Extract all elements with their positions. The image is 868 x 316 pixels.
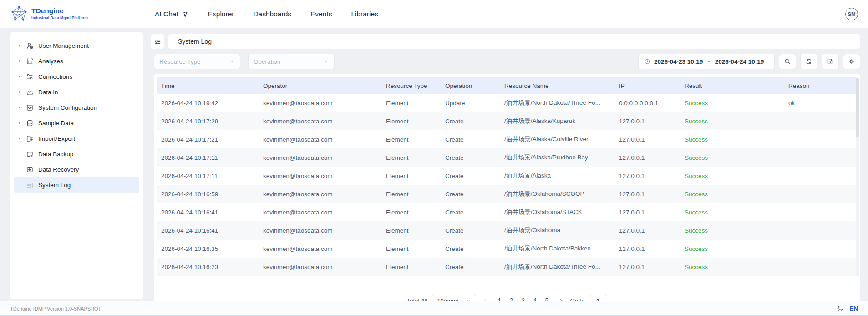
data-backup-icon bbox=[23, 150, 38, 158]
cell-result: Success bbox=[681, 118, 785, 125]
cell-resource-name: /油井场景/Alaska/Kuparuk bbox=[501, 117, 615, 125]
date-range-picker[interactable]: 2026-04-23 10:19 - 2026-04-24 10:19 bbox=[638, 54, 775, 69]
import-export-icon bbox=[23, 135, 38, 143]
cell-resource-type: Element bbox=[382, 191, 442, 198]
caret-right-icon bbox=[16, 43, 23, 48]
nav-item-label: AI Chat bbox=[155, 10, 178, 18]
cell-operator: kevinmen@taosdata.com bbox=[259, 136, 382, 143]
cell-ip: 127.0.0.1 bbox=[615, 209, 681, 216]
page-title: System Log bbox=[178, 38, 212, 45]
table-scrollbar[interactable] bbox=[856, 78, 859, 276]
refresh-icon bbox=[805, 58, 812, 65]
cell-resource-type: Element bbox=[382, 173, 442, 179]
sidebar-item-label: Data Recovery bbox=[38, 166, 79, 173]
caret-right-icon bbox=[16, 105, 23, 110]
connections-icon bbox=[23, 73, 38, 81]
sample-data-icon bbox=[23, 119, 38, 127]
tdengine-logo-icon bbox=[10, 5, 28, 23]
sidebar-item-system-configuration[interactable]: System Configuration bbox=[14, 100, 139, 115]
tool-buttons bbox=[779, 54, 860, 69]
cell-ip: 0:0:0:0:0:0:0:1 bbox=[615, 100, 681, 107]
sidebar-item-label: Data Backup bbox=[38, 151, 73, 158]
cell-time: 2026-04-24 10:16:41 bbox=[157, 209, 259, 216]
sidebar-item-connections[interactable]: Connections bbox=[14, 69, 139, 84]
table-row: 2026-04-24 10:16:41kevinmen@taosdata.com… bbox=[157, 203, 857, 221]
table-row: 2026-04-24 10:17:21kevinmen@taosdata.com… bbox=[157, 130, 857, 148]
cell-operator: kevinmen@taosdata.com bbox=[259, 209, 382, 216]
cell-resource-name: /油井场景/Alaska/Prudhoe Bay bbox=[501, 153, 615, 162]
table-scrollbar-thumb[interactable] bbox=[856, 78, 859, 137]
operation-select[interactable]: Operation bbox=[248, 54, 335, 69]
caret-right-icon bbox=[16, 167, 23, 172]
sidebar-item-import-export[interactable]: Import/Export bbox=[14, 131, 139, 146]
cell-ip: 127.0.0.1 bbox=[615, 191, 681, 198]
brand-logo[interactable]: TDengine Industrial Data Mgmt Platform bbox=[10, 5, 88, 23]
cell-time: 2026-04-24 10:17:21 bbox=[157, 136, 259, 143]
sidebar-item-label: System Configuration bbox=[38, 104, 97, 111]
operation-placeholder: Operation bbox=[254, 58, 280, 65]
sidebar-item-system-log[interactable]: System Log bbox=[14, 177, 139, 193]
language-switcher[interactable]: EN bbox=[850, 305, 858, 312]
clock-icon bbox=[644, 58, 650, 65]
date-range-end: 2026-04-24 10:19 bbox=[715, 58, 764, 65]
cell-ip: 127.0.0.1 bbox=[615, 136, 681, 143]
search-icon bbox=[784, 58, 791, 65]
cell-time: 2026-04-24 10:16:23 bbox=[157, 264, 259, 270]
cell-result: Success bbox=[681, 264, 785, 270]
sidebar-item-sample-data[interactable]: Sample Data bbox=[14, 115, 139, 131]
nav-item-dashboards[interactable]: Dashboards bbox=[253, 10, 291, 18]
column-header-result: Result bbox=[681, 82, 785, 89]
table-body: 2026-04-24 10:19:42kevinmen@taosdata.com… bbox=[157, 94, 857, 276]
sidebar-item-data-in[interactable]: Data In bbox=[14, 84, 139, 100]
sidebar-item-label: Sample Data bbox=[38, 120, 74, 127]
chevron-down-icon bbox=[229, 59, 235, 64]
nav-item-label: Dashboards bbox=[253, 10, 291, 18]
cell-resource-name: /油井场景/North Dakota/Bakken ... bbox=[501, 245, 615, 253]
menu-fold-icon bbox=[154, 38, 161, 45]
sidebar-item-label: System Log bbox=[38, 182, 71, 189]
cell-operator: kevinmen@taosdata.com bbox=[259, 264, 382, 270]
cell-operator: kevinmen@taosdata.com bbox=[259, 227, 382, 234]
cell-resource-type: Element bbox=[382, 100, 442, 107]
main-nav: AI ChatExplorerDashboardsEventsLibraries bbox=[155, 0, 378, 28]
log-table: TimeOperatorResource TypeOperationResour… bbox=[154, 74, 860, 301]
nav-item-explorer[interactable]: Explorer bbox=[208, 10, 234, 18]
brand-title: TDengine bbox=[31, 7, 88, 15]
user-avatar[interactable]: SM bbox=[845, 8, 858, 20]
cell-resource-name: /油井场景/Oklahoma bbox=[501, 226, 615, 234]
filter-actions: 2026-04-23 10:19 - 2026-04-24 10:19 bbox=[638, 54, 860, 69]
column-header-resource-name: Resource Name bbox=[501, 82, 615, 89]
cell-ip: 127.0.0.1 bbox=[615, 118, 681, 125]
export-button[interactable] bbox=[822, 54, 839, 69]
cell-time: 2026-04-24 10:17:11 bbox=[157, 173, 259, 179]
cell-resource-type: Element bbox=[382, 154, 442, 161]
sidebar-item-user-management[interactable]: User Management bbox=[14, 38, 139, 53]
column-header-reason: Reason bbox=[785, 82, 857, 89]
table-header-row: TimeOperatorResource TypeOperationResour… bbox=[157, 77, 857, 94]
cell-result: Success bbox=[681, 154, 785, 161]
settings-button[interactable] bbox=[843, 54, 860, 69]
cell-ip: 127.0.0.1 bbox=[615, 264, 681, 270]
refresh-button[interactable] bbox=[800, 54, 817, 69]
nav-item-events[interactable]: Events bbox=[310, 10, 332, 18]
resource-type-placeholder: Resource Type bbox=[159, 58, 201, 65]
table-row: 2026-04-24 10:16:35kevinmen@taosdata.com… bbox=[157, 240, 857, 258]
sidebar-item-analyses[interactable]: Analyses bbox=[14, 53, 139, 69]
data-in-icon bbox=[23, 88, 38, 96]
sidebar-item-data-recovery[interactable]: Data Recovery bbox=[14, 162, 139, 177]
nav-item-libraries[interactable]: Libraries bbox=[351, 10, 378, 18]
date-range-start: 2026-04-23 10:19 bbox=[654, 58, 703, 65]
brand-subtitle: Industrial Data Mgmt Platform bbox=[31, 15, 88, 20]
cell-operation: Create bbox=[442, 136, 501, 143]
search-button[interactable] bbox=[779, 54, 796, 69]
cell-time: 2026-04-24 10:16:59 bbox=[157, 191, 259, 198]
table-row: 2026-04-24 10:19:42kevinmen@taosdata.com… bbox=[157, 94, 857, 112]
sidebar-item-data-backup[interactable]: Data Backup bbox=[14, 146, 139, 162]
sidebar-collapse-button[interactable] bbox=[151, 34, 164, 49]
cell-operation: Create bbox=[442, 264, 501, 270]
sidebar-item-label: Connections bbox=[38, 73, 72, 80]
cell-operation: Create bbox=[442, 173, 501, 179]
dark-mode-toggle[interactable] bbox=[837, 305, 843, 312]
nav-item-ai-chat[interactable]: AI Chat bbox=[155, 10, 189, 18]
resource-type-select[interactable]: Resource Type bbox=[154, 54, 240, 69]
